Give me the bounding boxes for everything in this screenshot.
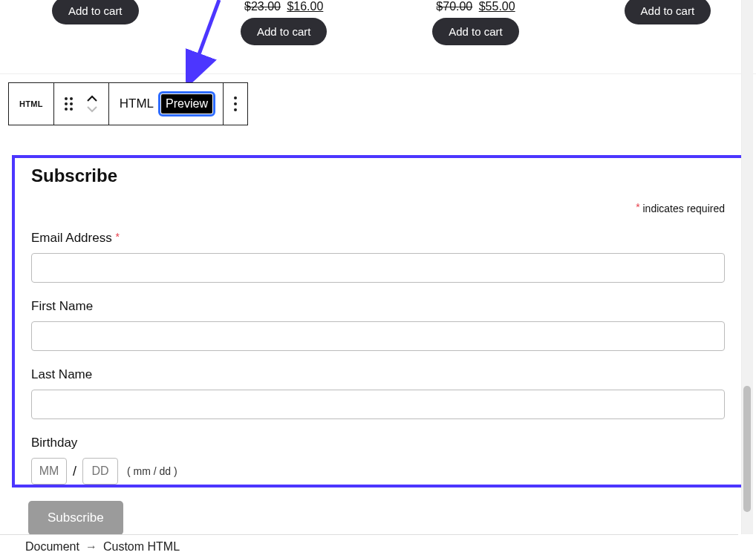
first-name-input[interactable] (31, 321, 725, 351)
chevron-up-icon[interactable] (86, 94, 98, 103)
price: $70.00 $55.00 (436, 0, 515, 13)
email-field-group: Email Address * (31, 231, 725, 283)
toolbar-more[interactable] (224, 83, 247, 125)
birthday-label: Birthday (31, 436, 725, 450)
birthday-hint: ( mm / dd ) (127, 465, 177, 477)
add-to-cart-button[interactable]: Add to cart (52, 0, 139, 24)
arrow-right-icon: → (85, 540, 97, 554)
last-name-field-group: Last Name (31, 367, 725, 419)
price: $23.00 $16.00 (244, 0, 323, 13)
first-name-field-group: First Name (31, 299, 725, 351)
scrollbar-thumb[interactable] (743, 386, 751, 512)
asterisk-icon: * (636, 201, 639, 213)
first-name-label: First Name (31, 299, 725, 314)
last-name-input[interactable] (31, 390, 725, 419)
email-input[interactable] (31, 253, 725, 283)
products-row: Add to cart $23.00 $16.00 Add to cart $7… (0, 0, 756, 74)
sale-price: $55.00 (479, 0, 515, 13)
vertical-scrollbar[interactable] (741, 0, 753, 534)
toolbar-view-toggle: HTML Preview (109, 83, 224, 125)
asterisk-icon: * (115, 231, 119, 243)
form-title: Subscribe (31, 165, 725, 186)
breadcrumb-root[interactable]: Document (25, 540, 79, 554)
last-name-label: Last Name (31, 367, 725, 382)
product-card: $70.00 $55.00 Add to cart (387, 0, 564, 73)
add-to-cart-button[interactable]: Add to cart (432, 18, 519, 45)
preview-tab[interactable]: Preview (161, 94, 212, 114)
toolbar-drag-move (54, 83, 109, 125)
drag-handle-icon[interactable] (65, 97, 73, 111)
email-label: Email Address * (31, 231, 725, 246)
add-to-cart-button[interactable]: Add to cart (241, 18, 328, 45)
sale-price: $16.00 (287, 0, 323, 13)
product-card: Add to cart (52, 0, 180, 73)
birthday-field-group: Birthday / ( mm / dd ) (31, 436, 725, 485)
breadcrumb-current[interactable]: Custom HTML (103, 540, 180, 554)
required-note-text: indicates required (642, 203, 725, 214)
old-price: $70.00 (436, 0, 472, 13)
subscribe-button[interactable]: Subscribe (28, 501, 123, 535)
html-tab[interactable]: HTML (120, 96, 154, 111)
chevron-down-icon[interactable] (86, 105, 98, 114)
add-to-cart-button[interactable]: Add to cart (625, 0, 711, 24)
birthday-dd-input[interactable] (82, 458, 118, 485)
move-buttons (86, 94, 98, 114)
product-card: $23.00 $16.00 Add to cart (195, 0, 372, 73)
date-separator: / (73, 464, 76, 479)
old-price: $23.00 (244, 0, 281, 13)
birthday-mm-input[interactable] (31, 458, 67, 485)
toolbar-block-type[interactable]: HTML (9, 83, 54, 125)
more-options-icon (234, 96, 237, 111)
product-card: Add to cart (579, 0, 756, 73)
form-preview: Subscribe * indicates required Email Add… (12, 155, 744, 488)
required-note: * indicates required (31, 203, 725, 214)
breadcrumb: Document → Custom HTML (0, 534, 738, 558)
block-type-badge: HTML (19, 99, 43, 108)
block-toolbar: HTML HTML Preview (8, 82, 248, 125)
